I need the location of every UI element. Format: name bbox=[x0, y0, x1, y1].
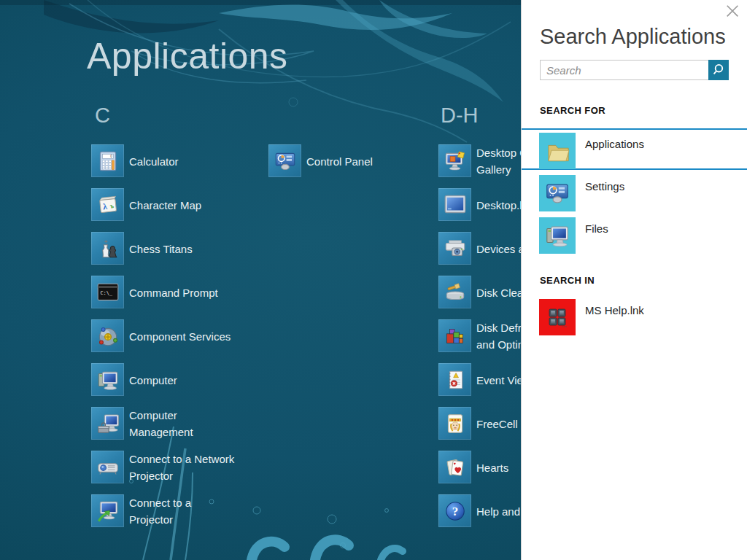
app-label: Control Panel bbox=[306, 153, 436, 170]
app-item-component-services[interactable]: Component Services bbox=[91, 319, 270, 363]
app-item-computer[interactable]: Computer bbox=[91, 363, 270, 407]
search-button[interactable] bbox=[708, 60, 729, 80]
app-item-chess-titans[interactable]: Chess Titans bbox=[91, 232, 270, 276]
command-prompt-icon bbox=[91, 276, 124, 308]
ms-help-windows-flag-icon bbox=[539, 299, 576, 335]
connect-projector-icon bbox=[91, 494, 124, 527]
search-for-heading: SEARCH FOR bbox=[540, 105, 605, 116]
page-title: Applications bbox=[87, 35, 288, 77]
app-label: Connect to a Projector bbox=[129, 494, 259, 528]
apps-column-c: Calculator Character Map Chess Titans Co… bbox=[91, 144, 270, 538]
devices-printers-icon bbox=[438, 232, 471, 265]
help-support-icon bbox=[438, 494, 471, 527]
app-item-connect-projector[interactable]: Connect to a Projector bbox=[91, 494, 270, 538]
computer-icon bbox=[91, 363, 124, 396]
app-item-calculator[interactable]: Calculator bbox=[91, 144, 270, 188]
section-header-c: C bbox=[95, 104, 110, 128]
character-map-icon bbox=[91, 188, 124, 221]
disk-defragmenter-icon bbox=[438, 319, 471, 352]
search-in-label: MS Help.lnk bbox=[585, 304, 644, 316]
files-computer-icon bbox=[539, 217, 576, 254]
hearts-icon bbox=[438, 451, 471, 483]
component-services-icon bbox=[91, 319, 124, 352]
app-item-connect-network-projector[interactable]: Connect to a Network Projector bbox=[91, 451, 270, 494]
applications-folder-icon bbox=[539, 133, 576, 169]
apps-column-c2: Control Panel bbox=[268, 144, 447, 188]
chess-titans-icon bbox=[91, 232, 124, 265]
search-box bbox=[540, 60, 729, 80]
network-projector-icon bbox=[91, 451, 124, 483]
search-panel-title: Search Applications bbox=[540, 25, 726, 49]
search-target-files[interactable]: Files bbox=[522, 217, 747, 254]
search-target-label: Settings bbox=[585, 180, 624, 192]
desktop-gadget-gallery-icon bbox=[438, 144, 471, 177]
disk-cleanup-icon bbox=[438, 276, 471, 308]
app-item-character-map[interactable]: Character Map bbox=[91, 188, 270, 232]
section-header-dh: D-H bbox=[441, 104, 479, 128]
search-target-settings[interactable]: Settings bbox=[522, 175, 747, 211]
app-label: Command Prompt bbox=[129, 284, 259, 301]
app-label: Computer Management bbox=[129, 407, 259, 440]
event-viewer-icon bbox=[438, 363, 471, 396]
close-button[interactable] bbox=[724, 2, 743, 21]
freecell-icon bbox=[438, 407, 471, 440]
search-target-label: Files bbox=[585, 222, 608, 235]
app-item-computer-management[interactable]: Computer Management bbox=[91, 407, 270, 451]
app-label: Chess Titans bbox=[129, 241, 259, 257]
calculator-icon bbox=[91, 144, 124, 177]
computer-management-icon bbox=[91, 407, 124, 440]
control-panel-icon bbox=[268, 144, 301, 177]
search-target-label: Applications bbox=[585, 138, 644, 150]
app-item-control-panel[interactable]: Control Panel bbox=[268, 144, 447, 188]
search-panel: Search Applications SEARCH FOR Applicati… bbox=[521, 0, 747, 560]
search-in-heading: SEARCH IN bbox=[540, 275, 595, 286]
app-label: Calculator bbox=[129, 153, 259, 170]
search-in-ms-help[interactable]: MS Help.lnk bbox=[522, 299, 747, 335]
desktop-icon bbox=[438, 188, 471, 221]
search-input[interactable] bbox=[540, 60, 708, 80]
app-item-command-prompt[interactable]: Command Prompt bbox=[91, 276, 270, 319]
app-label: Component Services bbox=[129, 328, 259, 345]
search-target-applications[interactable]: Applications bbox=[522, 128, 747, 170]
app-label: Character Map bbox=[129, 197, 259, 214]
close-icon bbox=[725, 4, 741, 20]
app-label: Connect to a Network Projector bbox=[129, 451, 259, 484]
windows-start-search-screen: Applications C D-H Calculator Character … bbox=[0, 0, 747, 560]
app-label: Computer bbox=[129, 372, 259, 389]
search-icon bbox=[711, 62, 727, 78]
settings-icon bbox=[539, 175, 576, 211]
